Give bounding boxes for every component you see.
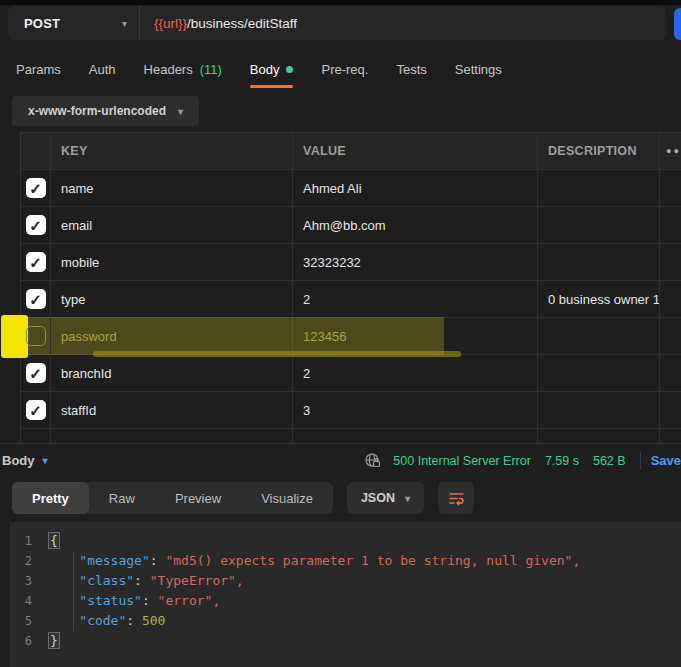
chevron-down-icon: ▾ bbox=[43, 455, 48, 466]
row-extra-cell bbox=[660, 281, 681, 317]
window-top-edge bbox=[0, 0, 681, 5]
response-tab-preview[interactable]: Preview bbox=[155, 482, 241, 514]
key-input-email[interactable]: email bbox=[51, 207, 293, 243]
key-input-staffid[interactable]: staffId bbox=[51, 392, 293, 428]
tab-label: Settings bbox=[455, 62, 502, 77]
value-input-name[interactable]: Ahmed Ali bbox=[293, 170, 538, 206]
description-input-email[interactable] bbox=[538, 207, 660, 243]
tab-body[interactable]: Body bbox=[250, 50, 294, 88]
code-content: "message": "md5() expects parameter 1 to… bbox=[48, 551, 580, 571]
description-input-password[interactable] bbox=[538, 318, 660, 354]
tab-label: Headers bbox=[144, 62, 193, 77]
chevron-down-icon: ▾ bbox=[405, 493, 410, 504]
row-extra-cell bbox=[660, 170, 681, 206]
value-input-type[interactable]: 2 bbox=[293, 281, 538, 317]
table-more-options-button[interactable]: ●●● bbox=[660, 133, 681, 169]
send-button[interactable] bbox=[674, 8, 681, 40]
url-input[interactable]: {{url}}/business/editStaff bbox=[140, 16, 297, 31]
response-time[interactable]: 7.59 s bbox=[545, 454, 579, 468]
checkbox-checked-staffid[interactable]: ✓ bbox=[26, 400, 46, 420]
json-response: 1{2 "message": "md5() expects parameter … bbox=[10, 531, 681, 651]
method-selector[interactable]: POST ▾ bbox=[8, 6, 140, 40]
checkbox-cell: ✓ bbox=[21, 281, 51, 317]
key-input-password[interactable]: password bbox=[51, 318, 293, 354]
line-number: 2 bbox=[10, 551, 48, 571]
divider bbox=[640, 452, 641, 470]
response-panel-label: Body bbox=[2, 453, 35, 468]
description-input-branchid[interactable] bbox=[538, 355, 660, 391]
tab-label: Tests bbox=[396, 62, 426, 77]
checkbox-cell: ✓ bbox=[21, 207, 51, 243]
header-checkbox-cell bbox=[21, 133, 51, 169]
wrap-lines-button[interactable] bbox=[438, 482, 474, 514]
url-variable: {{url}} bbox=[154, 16, 187, 31]
response-status-group: 500 Internal Server Error 7.59 s 562 B S… bbox=[364, 444, 681, 477]
code-line-5: 5 "code": 500 bbox=[10, 611, 681, 631]
description-input-name[interactable] bbox=[538, 170, 660, 206]
table-row-type: ✓type20 business owner 1 ad bbox=[21, 281, 681, 318]
save-response-button[interactable]: Save bbox=[651, 453, 681, 468]
value-input-password[interactable]: 123456 bbox=[293, 318, 538, 354]
response-size[interactable]: 562 B bbox=[593, 454, 626, 468]
description-input-type[interactable]: 0 business owner 1 ad bbox=[538, 281, 660, 317]
form-data-table: KEY VALUE DESCRIPTION ●●● ✓nameAhmed Ali… bbox=[20, 132, 681, 444]
response-tab-visualize[interactable]: Visualize bbox=[241, 482, 333, 514]
table-row-branchid: ✓branchId2 bbox=[21, 355, 681, 392]
code-content: "code": 500 bbox=[48, 611, 165, 631]
code-line-1: 1{ bbox=[10, 531, 681, 551]
row-extra-cell bbox=[660, 244, 681, 280]
chevron-down-icon: ▾ bbox=[122, 18, 127, 29]
code-line-3: 3 "class": "TypeError", bbox=[10, 571, 681, 591]
value-input-staffid[interactable]: 3 bbox=[293, 392, 538, 428]
response-body-dropdown[interactable]: Body ▾ bbox=[2, 453, 48, 468]
checkbox-checked-mobile[interactable]: ✓ bbox=[26, 252, 46, 272]
body-type-label: x-www-form-urlencoded bbox=[28, 104, 166, 118]
code-content: } bbox=[48, 631, 60, 651]
value-input-email[interactable]: Ahm@bb.com bbox=[293, 207, 538, 243]
line-number: 3 bbox=[10, 571, 48, 591]
checkbox-cell: ✓ bbox=[21, 355, 51, 391]
column-header-key: KEY bbox=[51, 133, 293, 169]
key-input-branchid[interactable]: branchId bbox=[51, 355, 293, 391]
tab-count-badge: (11) bbox=[200, 62, 222, 77]
tab-tests[interactable]: Tests bbox=[396, 50, 426, 88]
checkbox-unchecked-password[interactable] bbox=[26, 326, 46, 346]
description-input-staffid[interactable] bbox=[538, 392, 660, 428]
checkbox-cell: ✓ bbox=[21, 170, 51, 206]
response-meta-bar: Body ▾ 500 Internal Server Error 7.59 s … bbox=[0, 443, 681, 477]
tab-pre-req[interactable]: Pre-req. bbox=[321, 50, 368, 88]
line-number: 4 bbox=[10, 591, 48, 611]
unsaved-changes-dot-icon bbox=[286, 66, 293, 73]
response-format-selector[interactable]: JSON ▾ bbox=[347, 482, 424, 514]
value-input-branchid[interactable]: 2 bbox=[293, 355, 538, 391]
checkbox-checked-type[interactable]: ✓ bbox=[26, 289, 46, 309]
checkbox-checked-email[interactable]: ✓ bbox=[26, 215, 46, 235]
method-label: POST bbox=[24, 16, 60, 31]
table-empty-row[interactable] bbox=[21, 429, 681, 444]
value-input-mobile[interactable]: 32323232 bbox=[293, 244, 538, 280]
response-tab-raw[interactable]: Raw bbox=[89, 482, 155, 514]
checkbox-cell bbox=[21, 318, 51, 354]
key-input-type[interactable]: type bbox=[51, 281, 293, 317]
checkbox-checked-name[interactable]: ✓ bbox=[26, 178, 46, 198]
response-body-viewer[interactable]: 1{2 "message": "md5() expects parameter … bbox=[10, 522, 681, 667]
line-number: 6 bbox=[10, 631, 48, 651]
tab-label: Params bbox=[16, 62, 61, 77]
checkbox-checked-branchid[interactable]: ✓ bbox=[26, 363, 46, 383]
tab-headers[interactable]: Headers(11) bbox=[144, 50, 222, 88]
tab-params[interactable]: Params bbox=[16, 50, 61, 88]
table-row-email: ✓emailAhm@bb.com bbox=[21, 207, 681, 244]
table-row-password: password123456 bbox=[21, 318, 681, 355]
body-type-selector[interactable]: x-www-form-urlencoded ▾ bbox=[12, 96, 199, 126]
tab-auth[interactable]: Auth bbox=[89, 50, 116, 88]
status-badge[interactable]: 500 Internal Server Error bbox=[393, 454, 531, 468]
key-input-name[interactable]: name bbox=[51, 170, 293, 206]
response-view-controls: PrettyRawPreviewVisualize JSON ▾ bbox=[12, 482, 474, 514]
network-security-icon[interactable] bbox=[364, 452, 381, 469]
tab-settings[interactable]: Settings bbox=[455, 50, 502, 88]
response-tab-pretty[interactable]: Pretty bbox=[12, 482, 89, 514]
response-format-label: JSON bbox=[361, 491, 395, 505]
description-input-mobile[interactable] bbox=[538, 244, 660, 280]
checkbox-cell: ✓ bbox=[21, 392, 51, 428]
key-input-mobile[interactable]: mobile bbox=[51, 244, 293, 280]
